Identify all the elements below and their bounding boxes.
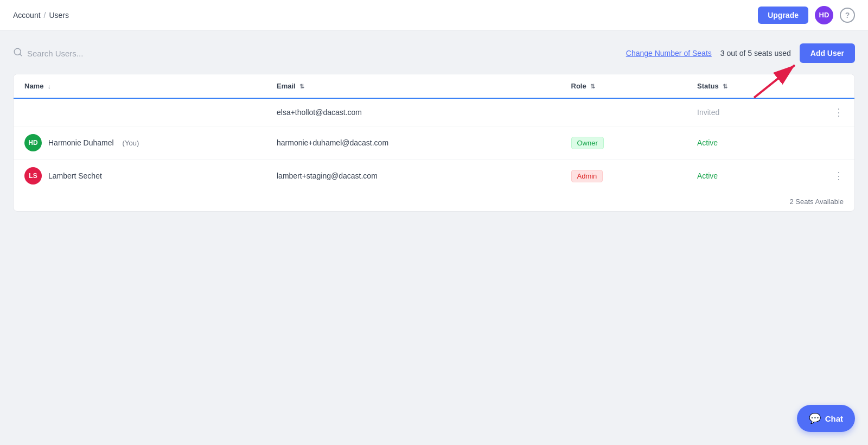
users-table: Name ↓ Email ⇅ Role ⇅ Status ⇅	[14, 74, 854, 192]
more-menu-button[interactable]: ⋮	[824, 106, 844, 118]
table-body: elsa+thollot@dacast.com Invited ⋮ HD	[14, 98, 854, 192]
actions-cell: ⋮	[813, 160, 855, 193]
breadcrumb-separator: /	[44, 11, 46, 20]
col-name[interactable]: Name ↓	[14, 74, 266, 98]
actions-cell: ⋮	[813, 98, 855, 126]
breadcrumb: Account / Users	[13, 11, 69, 20]
avatar: LS	[24, 167, 42, 185]
email-cell: harmonie+duhamel@dacast.com	[266, 126, 560, 160]
main-content: Change Number of Seats 3 out of 5 seats …	[0, 30, 868, 225]
role-cell	[560, 98, 687, 126]
status-cell: Invited	[686, 98, 813, 126]
top-nav-right: Upgrade HD ?	[758, 6, 855, 24]
search-icon	[13, 47, 23, 60]
table-row: elsa+thollot@dacast.com Invited ⋮	[14, 98, 854, 126]
actions-row: Change Number of Seats 3 out of 5 seats …	[13, 43, 855, 63]
upgrade-button[interactable]: Upgrade	[758, 7, 808, 24]
col-role[interactable]: Role ⇅	[560, 74, 687, 98]
avatar[interactable]: HD	[815, 6, 833, 24]
right-actions: Change Number of Seats 3 out of 5 seats …	[626, 43, 855, 63]
name-cell	[14, 98, 266, 126]
sort-name-icon: ↓	[48, 83, 51, 90]
role-cell: Admin	[560, 160, 687, 193]
more-menu-button[interactable]: ⋮	[824, 170, 844, 182]
chat-label: Chat	[825, 414, 843, 423]
breadcrumb-account: Account	[13, 11, 41, 20]
status-cell: Active	[686, 126, 813, 160]
sort-email-icon: ⇅	[299, 83, 304, 90]
name-cell: LS Lambert Sechet	[14, 160, 266, 193]
sort-role-icon: ⇅	[590, 83, 595, 90]
table-row: HD Harmonie Duhamel (You) harmonie+duham…	[14, 126, 854, 160]
role-cell: Owner	[560, 126, 687, 160]
col-email[interactable]: Email ⇅	[266, 74, 560, 98]
name-cell: HD Harmonie Duhamel (You)	[14, 126, 266, 160]
search-wrapper	[13, 47, 626, 60]
add-user-button[interactable]: Add User	[800, 43, 855, 63]
sort-status-icon: ⇅	[723, 83, 727, 90]
col-actions	[813, 74, 855, 98]
chat-button[interactable]: 💬 Chat	[797, 405, 855, 432]
change-seats-link[interactable]: Change Number of Seats	[626, 49, 712, 58]
actions-cell	[813, 126, 855, 160]
col-status[interactable]: Status ⇅	[686, 74, 813, 98]
chat-bubble-icon: 💬	[809, 412, 821, 424]
table-header: Name ↓ Email ⇅ Role ⇅ Status ⇅	[14, 74, 854, 98]
seats-used-text: 3 out of 5 seats used	[720, 49, 791, 58]
email-cell: elsa+thollot@dacast.com	[266, 98, 560, 126]
avatar: HD	[24, 134, 42, 151]
users-table-container: Name ↓ Email ⇅ Role ⇅ Status ⇅	[13, 74, 855, 212]
breadcrumb-users: Users	[49, 11, 69, 20]
seats-available-text: 2 Seats Available	[14, 192, 854, 211]
email-cell: lambert+staging@dacast.com	[266, 160, 560, 193]
table-row: LS Lambert Sechet lambert+staging@dacast…	[14, 160, 854, 193]
status-cell: Active	[686, 160, 813, 193]
help-icon[interactable]: ?	[840, 8, 855, 23]
svg-line-1	[20, 54, 21, 55]
top-nav: Account / Users Upgrade HD ?	[0, 0, 868, 30]
search-input[interactable]	[27, 49, 190, 58]
